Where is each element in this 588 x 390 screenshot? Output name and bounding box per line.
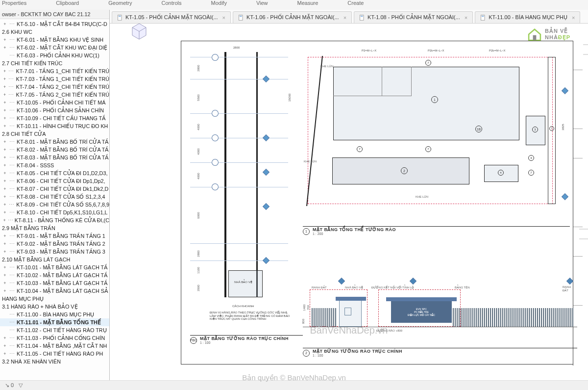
close-icon[interactable]: ×: [572, 15, 575, 21]
svg-rect-5: [361, 16, 363, 17]
close-icon[interactable]: ×: [343, 15, 346, 21]
tree-label: HANG MỤC PHỤ: [1, 296, 44, 302]
svg-rect-7: [482, 16, 484, 17]
tree-item[interactable]: +⋯KT-9.02 - MẶT BẰNG TRẦN TẦNG 2: [0, 240, 109, 248]
tree-item[interactable]: +⋯KT-11.04 - MẶT BẰNG ,MẶT CẮT NH: [0, 342, 109, 350]
tree-item[interactable]: ⋯KT-11.01 - MẶT BẰNG TỔNG THỂ: [0, 318, 109, 326]
tree-item[interactable]: +⋯KT-8.04 - SSSS: [0, 161, 109, 169]
tree-item[interactable]: +⋯KT-9.01 - MẶT BẰNG TRẦN TẦNG 1: [0, 232, 109, 240]
tree-group[interactable]: 2.10 MẶT BẰNG LÁT GẠCH: [0, 256, 109, 263]
tree-item[interactable]: +⋯KT-6.01 - MẶT BẰNG KHU VỆ SINH: [0, 36, 109, 44]
tree-item[interactable]: +⋯KT-10.04 - MẶT BẰNG LÁT GẠCH SẢ: [0, 287, 109, 295]
tree-item[interactable]: +⋯KT-9.03 - MẶT BẰNG TRẦN TẦNG 3: [0, 248, 109, 256]
project-browser[interactable]: owser - BCKTKT MO CAY BAC 21.12 +⋯KT-5.1…: [0, 10, 110, 380]
status-bar: ↘ 0 ▽: [0, 380, 588, 390]
tree-item[interactable]: ⋯KT-11.00 - BÌA HANG MỤC PHỤ: [0, 311, 109, 318]
tree-label: KT-9.03 - MẶT BẰNG TRẦN TẦNG 3: [16, 249, 105, 255]
tree-item[interactable]: +⋯KT-10.05 - PHỐI CẢNH CHI TIẾT MÁ: [0, 99, 109, 106]
tree-label: 3.1 HÀNG RÀO + NHÀ BẢO VỆ: [1, 304, 78, 310]
sheet-frame: ĐI NGÃ 3 BẾN ĐT 882 ĐI CHỢ BA VÁT: [181, 41, 583, 364]
tree-group[interactable]: 2.7 CHI TIẾT KIẾN TRÚC: [0, 59, 109, 67]
tree-label: 2.8 CHI TIẾT CỬA: [1, 131, 46, 137]
room-tag: 7: [425, 60, 431, 66]
tree-item[interactable]: +⋯KT-7.05 - TẦNG 2_CHI TIẾT KIẾN TRÚ: [0, 91, 109, 99]
tree-item[interactable]: +⋯KT-8.11 - BẢNG THỐNG KÊ CỬA ĐI,(C: [0, 216, 109, 224]
tab-label: KT-1.06 - PHỐI CẢNH MẶT NGOÀI(...: [246, 14, 339, 21]
close-icon[interactable]: ×: [222, 15, 225, 21]
tree-item[interactable]: +⋯KT-8.06 - CHI TIẾT CỬA ĐI Dp1,Dp2,: [0, 177, 109, 185]
tree-group[interactable]: 2.6 KHU WC: [0, 28, 109, 36]
room-tag: 1: [431, 96, 438, 103]
tree-label: KT-8.05 - CHI TIẾT CỬA ĐI D1,D2,D3,: [16, 170, 107, 177]
tree-label: KT-8.02 - MẶT BẰNG BỐ TRÍ CỬA TẦ: [16, 147, 109, 153]
tree-item[interactable]: +⋯KT-8.10 - CHI TIẾT Dp5,K1,S10,LG1,L: [0, 208, 109, 216]
guard-house-plan: [228, 270, 263, 297]
panel-geometry: Geometry: [108, 0, 132, 6]
tree-group[interactable]: 3.2 NHÀ XE NHÂN VIÊN: [0, 358, 109, 365]
tree-item[interactable]: +⋯KT-7.04 - TẦNG 2_CHI TIẾT KIẾN TRÚ: [0, 83, 109, 91]
svg-rect-8: [533, 35, 537, 40]
tree-label: KT-6.01 - MẶT BẰNG KHU VỆ SINH: [16, 37, 103, 43]
tree-label: KT-10.01 - MẶT BẰNG LÁT GẠCH TẦ: [16, 264, 108, 271]
panel-properties: Properties: [2, 0, 26, 6]
section-tag: [263, 76, 270, 82]
gate-sign: EVN SPC PC BẾN TRE ĐIỆN LỰC MỎ CÀY BẮC: [391, 301, 452, 323]
view-tab[interactable]: KT-1.06 - PHỐI CẢNH MẶT NGOÀI(... ×: [233, 11, 352, 23]
view-tabs: KT-1.05 - PHỐI CẢNH MẶT NGOÀI(... × KT-1…: [110, 10, 588, 24]
ribbon-panel-labels: Properties Clipboard Geometry Controls M…: [0, 0, 588, 10]
filter-icon[interactable]: ▽: [19, 382, 23, 389]
grid-bubble: [210, 133, 220, 143]
tree-item[interactable]: +⋯KT-10.03 - MẶT BẰNG LÁT GẠCH TẦ: [0, 279, 109, 287]
tree-item[interactable]: ⋯KT-6.03 - PHỐI CẢNH KHU WC(1): [0, 52, 109, 59]
browser-title: owser - BCKTKT MO CAY BAC 21.12: [0, 10, 109, 19]
view-tab[interactable]: KT-1.05 - PHỐI CẢNH MẶT NGOÀI(... ×: [112, 11, 231, 23]
view-number: PBC: [190, 337, 197, 344]
tree-item[interactable]: +⋯KT-11.03 - PHỐI CẢNH CỔNG CHÍN: [0, 334, 109, 342]
tree-item[interactable]: +⋯KT-10.09 - CHI TIẾT CẦU THANG TẦ: [0, 114, 109, 122]
tree-item[interactable]: ⋯KT-11.02 - CHI TIẾT HÀNG RÀO TRỤ: [0, 326, 109, 334]
tree-item[interactable]: +⋯KT-6.02 - MẶT CẮT KHU WC ĐẠI DIỆ: [0, 44, 109, 52]
close-icon[interactable]: ×: [465, 15, 467, 21]
tree-item[interactable]: +⋯KT-8.01 - MẶT BẰNG BỐ TRÍ CỬA TẦ: [0, 138, 109, 146]
view-tab[interactable]: KT-11.00 - BÌA HANG MỤC PHỤ ×: [475, 11, 580, 23]
tree-item[interactable]: +⋯KT-8.02 - MẶT BẰNG BỐ TRÍ CỬA TẦ: [0, 146, 109, 154]
tree-item[interactable]: +⋯KT-8.09 - CHI TIẾT CỬA SỐ S5,6,7,8,9: [0, 201, 109, 208]
tree-item[interactable]: +⋯KT-7.01 - TẦNG 1_CHI TIẾT KIẾN TRÚ: [0, 67, 109, 75]
tree-label: KT-11.05 - CHI TIẾT HÀNG RÀO PH: [16, 351, 103, 357]
tree-group[interactable]: 3.1 HÀNG RÀO + NHÀ BẢO VỆ: [0, 303, 109, 311]
grid-bubble: [210, 157, 220, 167]
tree-label: KT-11.04 - MẶT BẰNG ,MẶT CẮT NH: [16, 343, 107, 349]
view-scale: 1 : 100: [200, 341, 289, 344]
panel-modify: Modify: [211, 0, 227, 6]
tree-item[interactable]: +⋯KT-8.08 - CHI TIẾT CỬA SỐ S1,2,3,4: [0, 193, 109, 201]
tree-item[interactable]: +⋯KT-8.03 - MẶT BẰNG BỐ TRÍ CỬA TẦ: [0, 154, 109, 161]
tree-label: KT-8.01 - MẶT BẰNG BỐ TRÍ CỬA TẦ: [16, 139, 109, 145]
tree-item[interactable]: +⋯KT-5.10 - MẶT CẮT B4-B4 TRỤC(C-D: [0, 20, 109, 28]
panel-measure: Measure: [297, 0, 318, 6]
section-tag: [263, 203, 270, 210]
tree-label: KT-7.01 - TẦNG 1_CHI TIẾT KIẾN TRÚ: [15, 68, 109, 75]
svg-rect-1: [119, 16, 121, 17]
sheet-icon: [480, 15, 486, 21]
tree-item[interactable]: +⋯KT-10.06 - PHỐI CẢNH SẢNH CHÍN: [0, 106, 109, 114]
tree-label: KT-8.11 - BẢNG THỐNG KÊ CỬA ĐI,(C: [14, 217, 109, 224]
view-tab[interactable]: KT-1.08 - PHỐI CẢNH MẶT NGOÀI(... ×: [354, 11, 473, 23]
tree-item[interactable]: +⋯KT-10.01 - MẶT BẰNG LÁT GẠCH TẦ: [0, 263, 109, 271]
tree-item[interactable]: +⋯KT-8.05 - CHI TIẾT CỬA ĐI D1,D2,D3,: [0, 169, 109, 177]
tree-item[interactable]: +⋯KT-10.02 - MẶT BẰNG LÁT GẠCH TẦ: [0, 271, 109, 279]
tree-label: KT-7.03 - TẦNG 1_CHI TIẾT KIẾN TRÚ: [15, 76, 109, 82]
tree-item[interactable]: +⋯KT-7.03 - TẦNG 1_CHI TIẾT KIẾN TRÚ: [0, 75, 109, 83]
tree-group[interactable]: HANG MỤC PHỤ: [0, 295, 109, 303]
tree-label: KT-8.10 - CHI TIẾT Dp5,K1,S10,LG1,L: [16, 209, 107, 216]
drawing-canvas[interactable]: BẢN VẼ NHÀĐẸP: [110, 24, 588, 380]
tree-item[interactable]: +⋯KT-8.07 - CHI TIẾT CỬA ĐI Dk1,Dk2,D: [0, 185, 109, 193]
tab-label: KT-11.00 - BÌA HANG MỤC PHỤ: [489, 14, 567, 21]
view-cube[interactable]: [129, 24, 149, 41]
room-tag: 2: [401, 167, 408, 174]
panel-view: View: [256, 0, 268, 6]
tree-group[interactable]: 2.8 CHI TIẾT CỬA: [0, 130, 109, 138]
tree-group[interactable]: 2.9 MẶT BẰNG TRẦN: [0, 224, 109, 232]
view-title: MẶT BẰNG TƯỜNG RÀO TRỤC CHÍNH: [200, 336, 289, 341]
tree-item[interactable]: +⋯KT-11.05 - CHI TIẾT HÀNG RÀO PH: [0, 350, 109, 358]
tree-item[interactable]: +⋯KT-10.11 - HÌNH CHIẾU TRỤC ĐO KH: [0, 122, 109, 130]
